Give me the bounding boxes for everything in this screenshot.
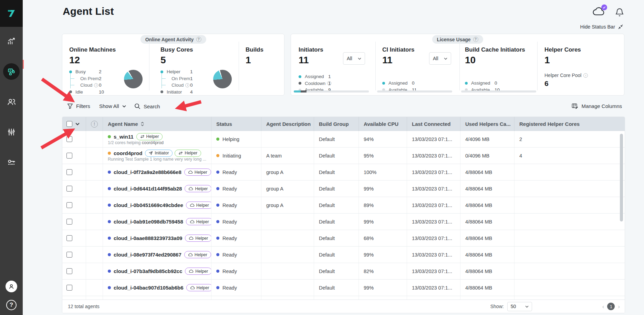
row-alert-cell [86, 263, 103, 279]
row-checkbox[interactable] [66, 169, 72, 175]
select-all-checkbox[interactable] [66, 121, 72, 127]
filters-button[interactable]: Filters [67, 103, 90, 109]
agent-name-cell: cloud_i-0d6441d144f95ab28 [103, 181, 211, 197]
builds-stat: Builds 1 [246, 46, 280, 92]
manage-columns-label: Manage Columns [581, 103, 622, 109]
used-helpers-cell: 4/88064 MB [460, 197, 515, 213]
build-cache-initiators-stat: Build Cache Initiators 10 Assigned0 Avai… [465, 46, 536, 92]
agent-subtitle: Running Test Sample 1 long name very ver… [108, 157, 206, 162]
registered-cores-cell [515, 164, 625, 180]
manage-columns-icon [572, 103, 578, 109]
build-group-cell: Default [314, 181, 359, 197]
manage-columns-button[interactable]: Manage Columns [572, 103, 622, 109]
registered-cores-cell [515, 230, 625, 246]
sidebar-item-license[interactable] [3, 154, 20, 171]
sidebar-item-analytics[interactable] [3, 33, 20, 50]
sidebar-item-agents[interactable] [3, 63, 20, 80]
registered-cores-cell [515, 214, 625, 230]
description-cell: group A [261, 197, 314, 213]
table-row[interactable]: cloud_i-07b3af9db85cb92cc [62, 263, 625, 280]
sort-icon[interactable] [141, 122, 144, 126]
stat-title: Builds [246, 46, 280, 53]
header-build-group[interactable]: Build Group [314, 117, 359, 131]
sidebar-item-settings[interactable] [3, 124, 20, 140]
table-row[interactable]: s_win11 [62, 131, 625, 148]
agent-online-dot [108, 135, 111, 138]
user-avatar[interactable] [6, 281, 17, 292]
chevron-down-icon [525, 305, 529, 308]
row-checkbox[interactable] [66, 252, 72, 258]
row-checkbox[interactable] [66, 285, 72, 291]
used-helpers-cell: 4/88064 MB [460, 164, 515, 180]
agent-name-cell: cloud_i-0b0451669c49cbdee [103, 197, 211, 213]
table-row[interactable]: cloud_i-0d6441d144f95ab28 [62, 181, 625, 197]
agent-name-cell: cloud_i-0aae8883239733a09 [103, 230, 211, 246]
row-checkbox[interactable] [66, 202, 72, 208]
info-icon[interactable]: i [583, 73, 588, 78]
table-row[interactable]: cloud_i-0ab91e098db759458 [62, 214, 625, 230]
hide-status-bar-button[interactable]: Hide Status Bar [580, 24, 623, 30]
search-label: Search [144, 104, 160, 109]
table-row[interactable]: cloud_i-0b0451669c49cbdee [62, 197, 625, 214]
filter-value: All [433, 56, 438, 61]
row-checkbox[interactable] [66, 268, 72, 274]
header-used-helpers[interactable]: Used Helpers Ca... [460, 117, 515, 131]
agent-badge: Helper [185, 268, 211, 275]
busy-dot [69, 70, 72, 73]
total-agents-label: 12 total agents [68, 304, 100, 309]
help-question-icon[interactable]: ? [473, 37, 478, 42]
row-checkbox[interactable] [66, 219, 72, 225]
table-row[interactable]: cloud_i-0f72a9a2e88b666e8 [62, 164, 625, 181]
page-size-select[interactable]: 50 [507, 302, 532, 311]
agent-name-cell: cloud_i-07b3af9db85cb92cc [103, 263, 211, 279]
row-checkbox[interactable] [66, 136, 72, 142]
agents-table: ! Agent Name Status Agent Description Bu… [62, 117, 625, 313]
info-icon[interactable]: i [94, 83, 98, 87]
cloud-status-button[interactable] [592, 6, 606, 19]
incredibuild-logo-icon [6, 8, 17, 19]
header-registered-cores[interactable]: Registered Helper Cores [515, 117, 625, 131]
available-cpu-cell: 89% [359, 197, 407, 213]
ci-initiators-filter-select[interactable]: All [429, 52, 451, 65]
notifications-bell-icon[interactable] [615, 7, 624, 18]
page-size-value: 50 [511, 304, 516, 309]
help-question-icon[interactable]: ? [196, 37, 201, 42]
table-row[interactable]: cloud_i-04bac907d105ab6b6 [62, 280, 625, 296]
header-status[interactable]: Status [211, 117, 261, 131]
show-all-dropdown[interactable]: Show All [99, 103, 126, 109]
users-icon [7, 97, 16, 107]
current-page-button[interactable]: 1 [607, 303, 615, 310]
row-checkbox[interactable] [66, 153, 72, 159]
swap-arrows-icon [140, 135, 145, 138]
table-scrollbar-thumb[interactable] [620, 134, 623, 221]
table-row[interactable]: cloud_i-0aae8883239733a09 [62, 230, 625, 247]
info-icon[interactable]: i [185, 83, 189, 87]
initiator-rocket-icon [149, 151, 153, 155]
registered-cores-cell: 2 [515, 131, 625, 147]
help-button[interactable]: ? [6, 300, 17, 310]
status-label: Ready [222, 203, 237, 208]
prev-page-button[interactable]: ‹ [602, 304, 604, 309]
table-row[interactable]: coord4prod [62, 148, 625, 164]
initiators-filter-select[interactable]: All [343, 52, 365, 65]
header-available-cpu[interactable]: Available CPU [359, 117, 407, 131]
stat-value: 10 [465, 55, 536, 66]
row-checkbox[interactable] [66, 186, 72, 192]
header-agent-name[interactable]: Agent Name [103, 117, 211, 131]
hide-status-bar-label: Hide Status Bar [580, 24, 615, 30]
select-dropdown-chevron-icon[interactable] [75, 122, 80, 126]
next-page-button[interactable]: › [618, 304, 620, 309]
search-icon [134, 103, 141, 109]
row-checkbox[interactable] [66, 235, 72, 241]
sidebar-item-users[interactable] [3, 94, 20, 110]
agent-list-page: ? Agent List Hide Status Bar Online Agen… [0, 0, 644, 315]
agent-badge: Helper [184, 251, 211, 258]
status-dot [216, 270, 219, 273]
app-logo[interactable] [0, 0, 23, 27]
search-button[interactable]: Search [134, 103, 160, 109]
status-label: Ready [222, 219, 237, 225]
table-row[interactable]: cloud_i-08e973f74ed290867 [62, 247, 625, 263]
status-cell: Ready [211, 197, 261, 213]
header-description[interactable]: Agent Description [261, 117, 314, 131]
header-last-connected[interactable]: Last Connected [407, 117, 460, 131]
